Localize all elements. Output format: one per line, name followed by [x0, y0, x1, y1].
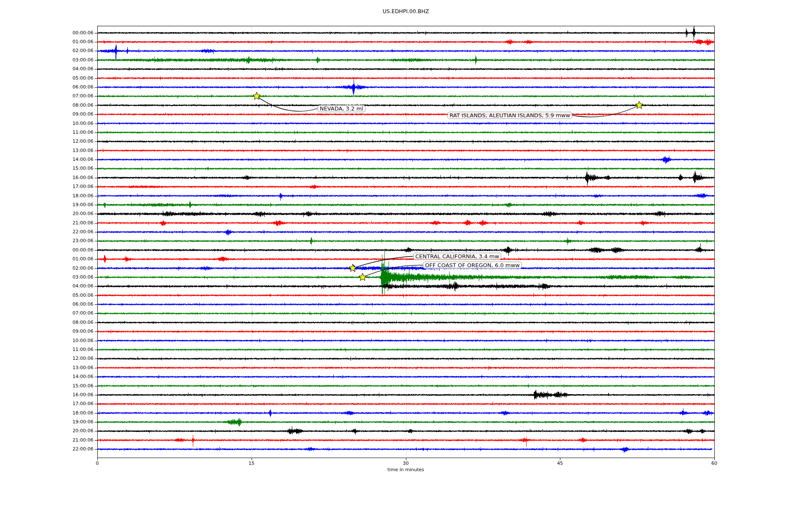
plot-title: US.EDHPI.00.BHZ — [97, 8, 714, 14]
x-tick-label: 30 — [393, 461, 419, 466]
time-label: 06:00:06 — [0, 84, 93, 90]
time-label: 18:00:06 — [0, 193, 93, 199]
event-annotation: NEVADA, 3.2 ml — [318, 105, 365, 112]
x-tick-label: 0 — [85, 461, 110, 466]
time-label: 11:00:06 — [0, 130, 93, 135]
time-label: 15:00:06 — [0, 166, 93, 171]
event-annotation: OFF COAST OF OREGON, 6.0 mww — [423, 262, 522, 269]
time-label: 20:00:06 — [0, 211, 93, 217]
time-label: 16:00:06 — [0, 175, 93, 181]
time-label: 03:00:06 — [0, 274, 93, 280]
time-label: 07:00:06 — [0, 93, 93, 99]
time-label: 05:00:06 — [0, 293, 93, 298]
time-label: 19:00:06 — [0, 419, 93, 425]
time-label: 17:00:06 — [0, 184, 93, 190]
x-tick-label: 45 — [547, 461, 573, 466]
time-label: 04:00:06 — [0, 283, 93, 289]
time-label: 14:00:06 — [0, 157, 93, 163]
time-label: 12:00:06 — [0, 356, 93, 362]
time-label: 14:00:06 — [0, 374, 93, 380]
x-axis-label: time in minutes — [97, 467, 714, 472]
time-label: 02:00:06 — [0, 265, 93, 271]
time-label: 06:00:06 — [0, 301, 93, 307]
time-label: 10:00:06 — [0, 338, 93, 344]
event-annotation: CENTRAL CALIFORNIA, 3.4 mw — [413, 253, 501, 260]
time-label: 15:00:06 — [0, 383, 93, 389]
time-label: 18:00:06 — [0, 410, 93, 416]
time-label: 03:00:06 — [0, 57, 93, 63]
time-label: 21:00:06 — [0, 437, 93, 443]
seismogram-figure: US.EDHPI.00.BHZ 00:00:0601:00:0602:00:06… — [0, 0, 812, 508]
time-label: 05:00:06 — [0, 75, 93, 81]
x-tick-label: 60 — [702, 461, 727, 466]
time-label: 23:00:06 — [0, 238, 93, 244]
time-label: 02:00:06 — [0, 48, 93, 54]
time-label: 21:00:06 — [0, 220, 93, 226]
time-label: 13:00:06 — [0, 365, 93, 371]
time-label: 08:00:06 — [0, 102, 93, 108]
time-label: 09:00:06 — [0, 111, 93, 117]
time-label: 22:00:06 — [0, 229, 93, 235]
time-label: 01:00:06 — [0, 256, 93, 262]
time-label: 00:00:06 — [0, 247, 93, 253]
time-label: 11:00:06 — [0, 347, 93, 353]
event-annotation: RAT ISLANDS, ALEUTIAN ISLANDS, 5.9 mww — [447, 112, 572, 119]
time-label: 12:00:06 — [0, 138, 93, 144]
time-label: 17:00:06 — [0, 401, 93, 407]
time-label: 19:00:06 — [0, 202, 93, 208]
time-label: 20:00:06 — [0, 428, 93, 434]
time-label: 00:00:06 — [0, 30, 93, 36]
time-label: 08:00:06 — [0, 320, 93, 326]
time-label: 22:00:06 — [0, 446, 93, 452]
time-label: 01:00:06 — [0, 39, 93, 45]
time-label: 04:00:06 — [0, 66, 93, 72]
time-label: 16:00:06 — [0, 392, 93, 398]
x-tick-label: 15 — [239, 461, 264, 466]
time-label: 13:00:06 — [0, 148, 93, 154]
time-label: 09:00:06 — [0, 329, 93, 334]
time-label: 07:00:06 — [0, 310, 93, 316]
seismogram-canvas — [0, 0, 812, 508]
time-label: 10:00:06 — [0, 121, 93, 127]
